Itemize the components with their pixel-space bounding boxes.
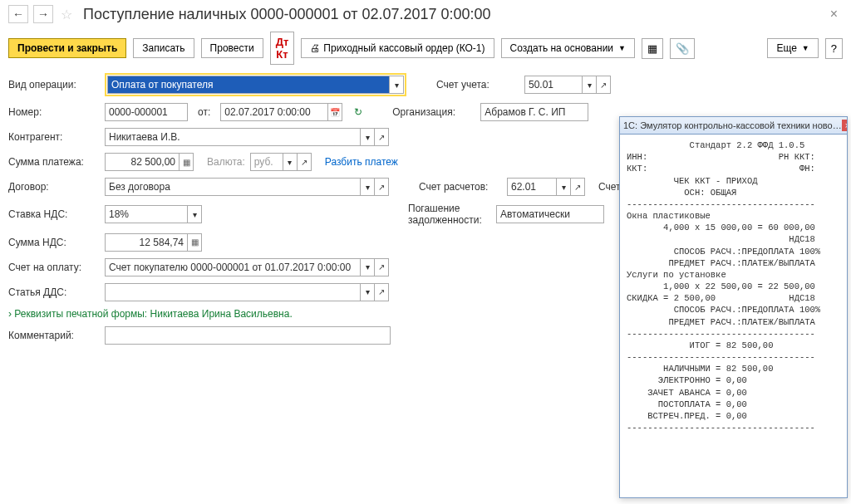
invoice-label: Счет на оплату: xyxy=(8,262,100,273)
calculator-button[interactable]: ▦ xyxy=(187,233,202,252)
popup-title: 1С: Эмулятор контрольно-кассовой техники… xyxy=(623,120,842,130)
invoice-field[interactable]: Счет покупателю 0000-000001 от 01.07.201… xyxy=(105,258,361,276)
comment-field[interactable] xyxy=(105,326,391,345)
printer-icon: 🖨 xyxy=(310,42,320,54)
open-button[interactable]: ↗ xyxy=(596,76,611,94)
submit-close-button[interactable]: Провести и закрыть xyxy=(8,38,126,58)
save-button[interactable]: Записать xyxy=(133,38,194,58)
dropdown-button[interactable]: ▾ xyxy=(389,76,404,94)
dds-field[interactable] xyxy=(105,283,361,301)
dropdown-button[interactable]: ▾ xyxy=(582,76,597,94)
from-label: от: xyxy=(198,106,210,118)
help-button[interactable]: ? xyxy=(825,38,843,59)
popup-close-button[interactable]: × xyxy=(842,120,847,131)
dropdown-button[interactable]: ▾ xyxy=(556,178,571,196)
settlement-acc-field[interactable]: 62.01 xyxy=(507,178,557,196)
kkt-emulator-popup: 1С: Эмулятор контрольно-кассовой техники… xyxy=(619,116,848,498)
open-button[interactable]: ↗ xyxy=(374,258,389,276)
settlement-2-label: Счет xyxy=(598,181,621,193)
counterparty-label: Контрагент: xyxy=(8,131,100,143)
account-field[interactable]: 50.01 xyxy=(524,76,583,94)
chevron-down-icon: ▼ xyxy=(618,44,626,52)
organization-label: Организация: xyxy=(392,106,475,118)
operation-type-field[interactable]: Оплата от покупателя xyxy=(107,76,390,94)
vat-sum-field[interactable]: 12 584,74 xyxy=(105,233,188,252)
currency-field[interactable]: руб. xyxy=(250,153,283,171)
print-requisites-link[interactable]: › Реквизиты печатной формы: Никитаева Ир… xyxy=(8,308,293,320)
calendar-button[interactable]: 📅 xyxy=(327,103,342,121)
submit-button[interactable]: Провести xyxy=(201,38,263,58)
contract-label: Договор: xyxy=(8,181,100,193)
open-button[interactable]: ↗ xyxy=(374,128,389,146)
currency-label: Валюта: xyxy=(207,156,245,168)
payment-sum-label: Сумма платежа: xyxy=(8,156,100,168)
open-button[interactable]: ↗ xyxy=(297,153,312,171)
operation-type-label: Вид операции: xyxy=(8,79,100,91)
chevron-down-icon: ▼ xyxy=(802,44,809,52)
date-field[interactable]: 02.07.2017 0:00:00 xyxy=(220,103,328,121)
split-payment-link[interactable]: Разбить платеж xyxy=(325,156,398,168)
dropdown-button[interactable]: ▾ xyxy=(283,153,298,171)
vat-sum-label: Сумма НДС: xyxy=(8,237,100,248)
report-button[interactable]: ▦ xyxy=(642,38,663,59)
settlement-acc-label: Счет расчетов: xyxy=(419,181,502,193)
close-icon[interactable]: × xyxy=(825,7,843,22)
number-label: Номер: xyxy=(8,106,100,118)
calculator-button[interactable]: ▦ xyxy=(179,153,194,171)
receipt-text: Стандарт 2.2 ФФД 1.0.5 ИНН: РН ККТ: ККТ:… xyxy=(620,135,847,497)
dropdown-button[interactable]: ▾ xyxy=(360,178,375,196)
nav-back-button[interactable]: ← xyxy=(8,5,28,23)
contract-field[interactable]: Без договора xyxy=(105,178,361,196)
chevron-right-icon: › xyxy=(8,308,12,320)
open-button[interactable]: ↗ xyxy=(374,178,389,196)
debt-repay-field[interactable]: Автоматически xyxy=(496,205,604,223)
open-button[interactable]: ↗ xyxy=(374,283,389,301)
refresh-icon[interactable]: ↻ xyxy=(354,106,362,118)
organization-field[interactable]: Абрамов Г. С. ИП xyxy=(480,103,588,121)
counterparty-field[interactable]: Никитаева И.В. xyxy=(105,128,361,146)
dds-label: Статья ДДС: xyxy=(8,286,100,298)
vat-rate-label: Ставка НДС: xyxy=(8,208,100,220)
nav-forward-button[interactable]: → xyxy=(33,5,53,23)
paperclip-icon: 📎 xyxy=(676,42,689,55)
create-based-button[interactable]: Создать на основании ▼ xyxy=(501,38,635,58)
favorite-icon[interactable]: ☆ xyxy=(58,6,75,22)
more-button[interactable]: Еще ▼ xyxy=(767,38,818,58)
dt-kt-icon: ДтКт xyxy=(276,36,289,61)
vat-rate-field[interactable]: 18% xyxy=(105,205,188,223)
open-button[interactable]: ↗ xyxy=(570,178,585,196)
number-field[interactable]: 0000-000001 xyxy=(105,103,188,121)
debt-repay-label: Погашение задолженности: xyxy=(408,203,491,227)
dropdown-button[interactable]: ▾ xyxy=(360,128,375,146)
cash-order-button[interactable]: 🖨 Приходный кассовый ордер (КО-1) xyxy=(301,38,494,58)
comment-label: Комментарий: xyxy=(8,330,100,341)
dropdown-button[interactable]: ▾ xyxy=(360,258,375,276)
payment-sum-field[interactable]: 82 500,00 xyxy=(105,153,180,171)
attach-button[interactable]: 📎 xyxy=(670,38,695,59)
page-title: Поступление наличных 0000-000001 от 02.0… xyxy=(83,6,491,23)
document-icon: ▦ xyxy=(647,42,657,55)
debit-credit-button[interactable]: ДтКт xyxy=(270,32,295,65)
dropdown-button[interactable]: ▾ xyxy=(360,283,375,301)
account-label: Счет учета: xyxy=(436,79,519,91)
dropdown-button[interactable]: ▾ xyxy=(187,205,202,223)
